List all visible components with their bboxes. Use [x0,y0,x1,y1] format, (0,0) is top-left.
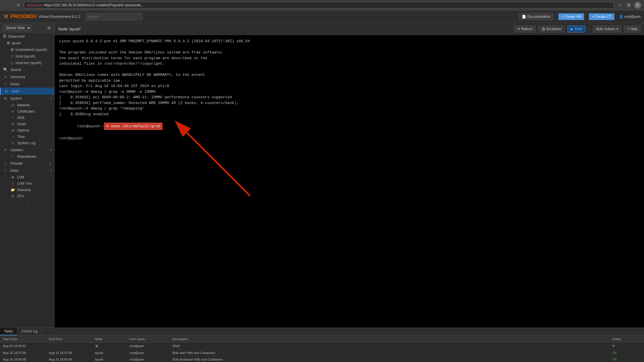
terminal-line-9: root@ayush:~# dmesg | grep -e DMAR -e IO… [59,89,639,95]
zfs-nav-icon: ⊞ [10,194,15,198]
col-node[interactable]: Node [92,336,126,342]
time-nav-label: Time [17,135,25,139]
task-desc-2: Bulk shutdown VMs and Containers [170,357,610,362]
repos-nav-icon: □ [10,155,15,159]
documentation-button[interactable]: 📄 Documentation [519,13,554,20]
sidebar-item-shell[interactable]: ⊡ Shell [0,88,54,95]
task-row-0[interactable]: Aug 16 18:40:01 🖥 root@pam Shell ⟳ [0,343,644,350]
task-spinner-0: ⟳ [612,344,615,348]
sidebar-header: Server View ⚙ [0,23,54,33]
col-user[interactable]: User name [126,336,170,342]
sidebar-item-repos[interactable]: □ Repositories [0,153,54,160]
sidebar-item-hosts[interactable]: ⊡ Hosts [0,121,54,127]
storage-localnetwork[interactable]: ⊞ localnetwork (ayush) [0,46,54,53]
sidebar-item-lvm[interactable]: ■ LVM [0,174,54,180]
syslog-nav-label: System Log [17,141,35,145]
terminal-line-10: [ 0.354692] pci 0000:00:00.2: AMD-Vi: IO… [59,95,639,100]
lvmthin-nav-icon: □ [10,182,15,186]
sidebar-gear-icon[interactable]: ⚙ [47,25,51,31]
terminal-line-13: [ 0.3588ing enabled [59,111,639,117]
tab-cluster-log[interactable]: Cluster log [17,328,42,335]
sidebar-item-disks[interactable]: □ Disks ▾ [0,167,54,174]
sidebar-item-updates[interactable]: ↻ Updates ▾ [0,146,54,153]
create-vm-button[interactable]: + Create VM [558,13,584,20]
dns-nav-icon: ○ [10,116,15,120]
sidebar-item-options[interactable]: ⚙ Options [0,127,54,134]
create-vm-label: Create VM [565,15,581,19]
col-desc[interactable]: Description [170,336,610,342]
address-bar[interactable]: Not secure https://192.168.29.32:8006/#v… [24,2,614,9]
repos-nav-label: Repositories [17,155,37,159]
disks-nav-label: Disks [10,169,19,173]
sidebar-item-dns[interactable]: ○ DNS [0,115,54,121]
task-row-2[interactable]: Aug 16 18:04:58 Aug 16 18:04:58 ayush ro… [0,356,644,362]
updates-nav-icon: ↻ [3,148,8,152]
task-row-1[interactable]: Aug 16 18:37:58 Aug 16 18:37:58 ayush ro… [0,350,644,356]
task-end-2: Aug 16 18:04:58 [46,357,92,362]
sidebar-item-notes[interactable]: □ Notes [0,80,54,88]
sidebar-item-directory[interactable]: 📁 Directory [0,187,54,193]
sidebar-item-lvmthin[interactable]: □ LVM-Thin [0,180,54,187]
col-end-time[interactable]: End Time [46,336,92,342]
firewall-nav-icon: □ [3,161,8,165]
storage-local-label: local (ayush) [16,54,35,58]
proxmox-brand: PROXMOX [10,14,37,20]
cert-nav-icon: ● [10,109,15,113]
shell-button[interactable]: ▶ Shell [568,26,585,32]
tab-tasks[interactable]: Tasks [0,328,17,335]
col-start-time[interactable]: Start Time [0,336,46,342]
create-ct-button[interactable]: + Create CT [589,13,614,20]
terminal-line-3: the exact distribution terms for each pr… [59,55,639,61]
help-icon: ? [627,27,629,31]
node-title: Node 'ayush' [58,27,81,31]
server-view-select[interactable]: Server View [3,25,31,31]
directory-nav-label: Directory [17,188,31,192]
help-button[interactable]: ? Help [624,26,641,32]
sidebar-item-time[interactable]: ○ Time [0,134,54,140]
sidebar-item-summary[interactable]: ≡ Summary [0,73,54,80]
system-nav-icon: ⚙ [3,96,8,101]
node-ayush-item[interactable]: 🖥 ayush [0,40,54,46]
documentation-label: Documentation [527,15,551,19]
extensions-icon[interactable]: ⊞ [625,2,632,8]
options-nav-icon: ⚙ [10,128,15,132]
col-status[interactable]: Status [610,336,644,342]
shutdown-button[interactable]: ⏻ Shutdown [538,26,565,32]
reboot-button[interactable]: ↺ Reboot [514,26,536,32]
summary-nav-icon: ≡ [3,75,8,79]
storage-lvm-icon: □ [10,61,14,65]
user-name: root@pam [624,15,641,19]
sidebar-item-system[interactable]: ⚙ System ▾ [0,95,54,102]
profile-button[interactable]: A [634,2,641,9]
forward-button[interactable]: › [9,2,13,8]
notes-nav-label: Notes [10,82,19,86]
top-search-input[interactable] [85,13,143,20]
lvmthin-nav-label: LVM-Thin [17,182,32,186]
bulk-actions-button[interactable]: Bulk Actions ▾ [593,26,621,32]
storage-local-lvm[interactable]: □ local-lvm (ayush) [0,59,54,66]
back-button[interactable]: ‹ [3,2,7,8]
terminal-line-12: root@ayush:~# dmesg | grep 'remapping' [59,106,639,111]
search-nav-label: Search [10,68,21,72]
updates-chevron-icon: ▾ [50,148,51,151]
create-vm-icon: + [561,15,564,19]
scroll-down-indicator: ▾ [0,199,54,204]
browser-navigation: ‹ › ↻ [3,2,22,8]
terminal-highlighted-line: root@ayush:~# nano /etc/default/grub [59,117,639,136]
sidebar-item-syslog[interactable]: ≡ System Log [0,140,54,146]
storage-localnetwork-label: localnetwork (ayush) [16,48,47,52]
sidebar-item-search[interactable]: 🔍 Search [0,66,54,73]
storage-local[interactable]: □ local (ayush) [0,53,54,59]
sidebar-item-certificates[interactable]: ● Certificates [0,108,54,115]
datacenter-item[interactable]: 🗄 Datacenter [0,33,54,40]
task-status-1: OK [610,350,644,355]
sidebar-item-zfs[interactable]: ⊞ ZFS [0,193,54,199]
svg-line-1 [187,133,250,196]
bookmark-icon[interactable]: ☆ [616,2,623,8]
sidebar: Server View ⚙ 🗄 Datacenter 🖥 ayush ⊞ loc… [0,23,55,328]
reload-button[interactable]: ↻ [15,2,22,8]
sidebar-item-network[interactable]: ⊡ Network [0,102,54,108]
sidebar-item-firewall[interactable]: □ Firewall ▸ [0,160,54,167]
terminal-area[interactable]: Linux ayush 6.8.4-2-pve #1 SMP PREEMPT_D… [55,35,644,328]
datacenter-icon: 🗄 [2,34,7,38]
